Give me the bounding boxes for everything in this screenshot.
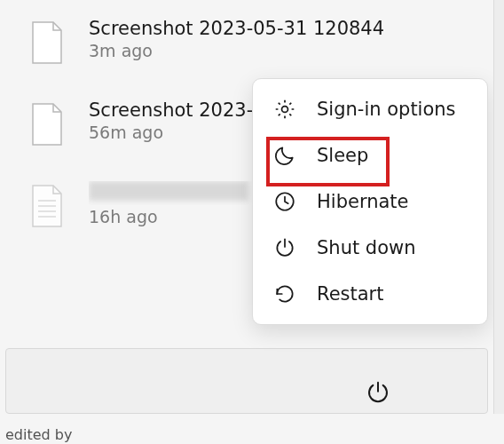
footer-bar bbox=[5, 348, 488, 414]
menu-label: Shut down bbox=[317, 237, 416, 258]
power-icon bbox=[272, 235, 297, 260]
svg-point-4 bbox=[282, 107, 288, 113]
menu-label: Restart bbox=[317, 283, 383, 305]
file-icon bbox=[30, 103, 64, 146]
file-icon bbox=[30, 21, 64, 64]
file-time: 3m ago bbox=[89, 41, 477, 60]
menu-label: Sign-in options bbox=[317, 99, 456, 120]
menu-item-sign-in-options[interactable]: Sign-in options bbox=[256, 86, 484, 132]
gear-icon bbox=[272, 97, 297, 122]
power-button[interactable] bbox=[357, 371, 399, 414]
file-name: Screenshot 2023-05-31 120844 bbox=[89, 18, 477, 39]
menu-label: Hibernate bbox=[317, 191, 408, 212]
moon-icon bbox=[272, 143, 297, 168]
scrollbar-rail[interactable] bbox=[493, 0, 504, 414]
menu-item-shut-down[interactable]: Shut down bbox=[256, 225, 484, 271]
menu-item-restart[interactable]: Restart bbox=[256, 271, 484, 317]
file-item[interactable]: Screenshot 2023-05-31 120844 3m ago bbox=[30, 18, 477, 64]
clock-icon bbox=[272, 189, 297, 214]
cropped-caption: edited by bbox=[0, 426, 504, 443]
power-menu: Sign-in options Sleep Hibernate Shut dow… bbox=[252, 78, 488, 325]
file-meta: Screenshot 2023-05-31 120844 3m ago bbox=[89, 18, 477, 60]
menu-item-hibernate[interactable]: Hibernate bbox=[256, 178, 484, 225]
menu-item-sleep[interactable]: Sleep bbox=[256, 132, 484, 178]
menu-label: Sleep bbox=[317, 145, 368, 166]
document-icon bbox=[30, 185, 64, 227]
restart-icon bbox=[272, 281, 297, 306]
